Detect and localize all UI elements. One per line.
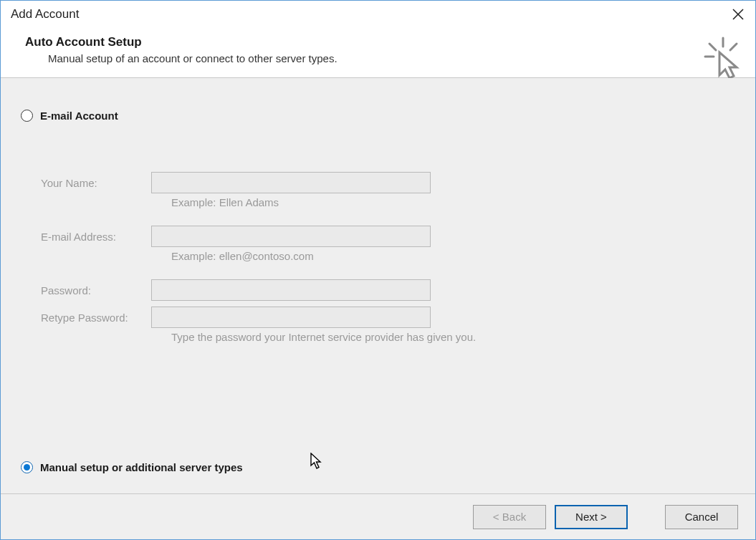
row-email-address: E-mail Address:	[41, 226, 735, 247]
mouse-cursor-icon	[310, 453, 323, 472]
svg-line-4	[730, 44, 737, 50]
add-account-dialog: Add Account Auto Account Setup Manual se…	[0, 0, 756, 540]
label-retype-password: Retype Password:	[41, 312, 151, 324]
svg-line-3	[709, 44, 716, 50]
next-button[interactable]: Next >	[555, 505, 628, 529]
input-email-address	[151, 226, 431, 247]
radio-icon	[21, 461, 33, 473]
cursor-click-icon	[704, 37, 742, 83]
header-title: Auto Account Setup	[25, 35, 742, 49]
close-icon	[732, 9, 744, 20]
radio-email-label: E-mail Account	[40, 110, 118, 122]
label-email-address: E-mail Address:	[41, 231, 151, 243]
close-button[interactable]	[728, 4, 748, 24]
row-your-name: Your Name:	[41, 172, 735, 193]
row-retype-password: Retype Password:	[41, 307, 735, 328]
radio-dot-icon	[24, 464, 30, 471]
dialog-footer: < Back Next > Cancel	[1, 493, 755, 539]
input-your-name	[151, 172, 431, 193]
hint-email-address: Example: ellen@contoso.com	[171, 250, 735, 262]
radio-manual-label: Manual setup or additional server types	[40, 461, 243, 473]
input-password	[151, 279, 431, 301]
label-your-name: Your Name:	[41, 177, 151, 189]
cancel-button[interactable]: Cancel	[665, 505, 738, 529]
label-password: Password:	[41, 284, 151, 296]
row-password: Password:	[41, 279, 735, 301]
titlebar: Add Account	[1, 1, 755, 28]
dialog-header: Auto Account Setup Manual setup of an ac…	[1, 28, 755, 78]
dialog-body: E-mail Account Your Name: Example: Ellen…	[1, 78, 755, 493]
header-subtitle: Manual setup of an account or connect to…	[25, 52, 742, 64]
radio-icon	[21, 110, 33, 122]
hint-your-name: Example: Ellen Adams	[171, 196, 735, 208]
email-form: Your Name: Example: Ellen Adams E-mail A…	[41, 172, 735, 343]
back-button: < Back	[473, 505, 546, 529]
radio-email-account[interactable]: E-mail Account	[21, 110, 735, 122]
hint-retype-password: Type the password your Internet service …	[171, 331, 735, 343]
window-title: Add Account	[11, 7, 79, 21]
radio-manual-setup[interactable]: Manual setup or additional server types	[21, 461, 243, 473]
input-retype-password	[151, 307, 431, 328]
